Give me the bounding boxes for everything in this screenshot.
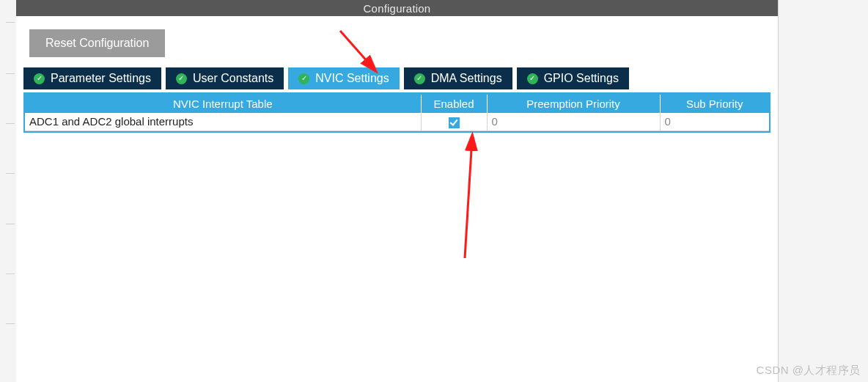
cell-interrupt-name: ADC1 and ADC2 global interrupts [25,113,421,131]
tab-label: DMA Settings [431,72,502,85]
table-row[interactable]: ADC1 and ADC2 global interrupts 0 0 [25,113,769,131]
check-icon: ✓ [34,73,45,84]
col-header-enabled[interactable]: Enabled [421,95,487,113]
cell-preemption-priority[interactable]: 0 [487,113,660,131]
tab-gpio-settings[interactable]: ✓ GPIO Settings [517,67,629,89]
panel-header: Configuration [16,0,778,16]
tab-nvic-settings[interactable]: ✓ NVIC Settings [288,67,399,89]
tab-user-constants[interactable]: ✓ User Constants [166,67,284,89]
check-icon: ✓ [414,73,425,84]
ruler-ticks [0,0,16,382]
annotation-arrow-checkbox [435,133,494,268]
cell-enabled [421,113,487,131]
panel-title: Configuration [364,2,431,15]
tab-label: GPIO Settings [544,72,619,85]
tab-bar: ✓ Parameter Settings ✓ User Constants ✓ … [16,67,778,89]
tab-dma-settings[interactable]: ✓ DMA Settings [404,67,512,89]
table-header-row: NVIC Interrupt Table Enabled Preemption … [25,95,769,113]
col-header-sub[interactable]: Sub Priority [660,95,769,113]
col-header-preemption[interactable]: Preemption Priority [487,95,660,113]
check-icon: ✓ [176,73,187,84]
reset-button-label: Reset Configuration [45,37,149,49]
check-icon: ✓ [527,73,538,84]
config-panel: Configuration Reset Configuration ✓ Para… [16,0,779,382]
tab-label: NVIC Settings [315,72,389,85]
check-icon: ✓ [298,73,309,84]
cell-sub-priority[interactable]: 0 [660,113,769,131]
enabled-checkbox[interactable] [449,117,460,128]
svg-line-1 [465,138,472,258]
tab-label: Parameter Settings [51,72,151,85]
tab-label: User Constants [193,72,273,85]
tab-parameter-settings[interactable]: ✓ Parameter Settings [23,67,161,89]
col-header-name[interactable]: NVIC Interrupt Table [25,95,421,113]
watermark: CSDN @人才程序员 [757,364,861,378]
reset-configuration-button[interactable]: Reset Configuration [29,29,165,57]
nvic-table: NVIC Interrupt Table Enabled Preemption … [23,92,770,133]
